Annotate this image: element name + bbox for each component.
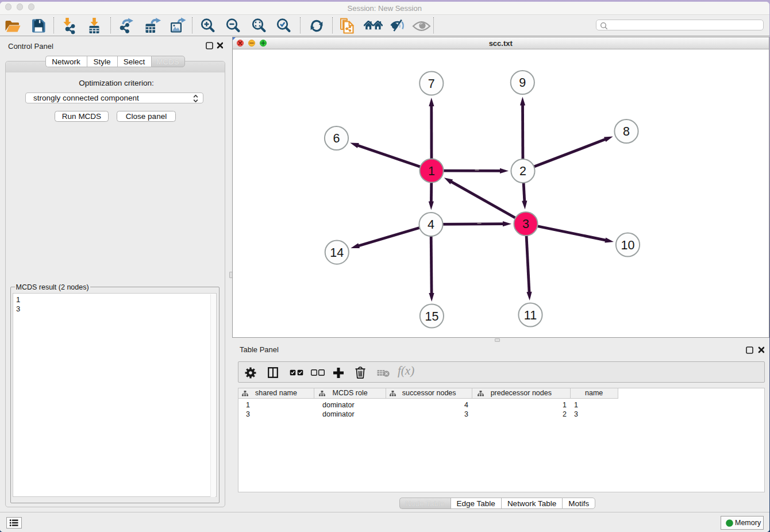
svg-text:3: 3: [522, 217, 529, 231]
svg-text:14: 14: [330, 246, 344, 260]
svg-text:9: 9: [519, 76, 526, 90]
svg-text:7: 7: [428, 77, 435, 91]
svg-text:15: 15: [425, 310, 438, 323]
svg-text:10: 10: [621, 238, 635, 252]
svg-text:4: 4: [428, 218, 434, 232]
svg-text:1: 1: [428, 164, 435, 178]
svg-text:8: 8: [623, 125, 630, 138]
svg-text:6: 6: [333, 132, 340, 145]
svg-text:11: 11: [524, 309, 537, 322]
svg-text:2: 2: [519, 164, 526, 178]
